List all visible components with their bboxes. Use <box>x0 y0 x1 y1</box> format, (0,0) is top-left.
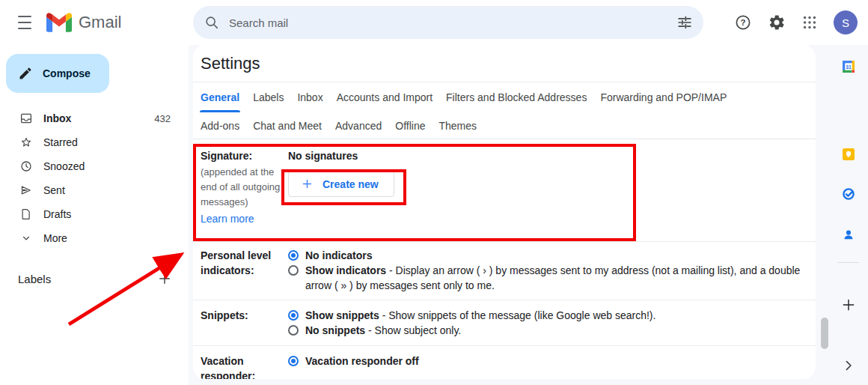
plus-icon <box>157 271 172 286</box>
sidebar-item-label: Sent <box>43 184 65 196</box>
signature-label: Signature: <box>201 148 288 163</box>
sidebar-item-inbox[interactable]: Inbox 432 <box>0 106 189 130</box>
radio-unselected[interactable] <box>288 325 299 336</box>
snippets-label: Snippets: <box>201 308 288 338</box>
tab-chat-and-meet[interactable]: Chat and Meet <box>246 112 328 139</box>
option-name: No snippets <box>305 324 365 336</box>
sidebar-item-label: More <box>43 232 67 244</box>
vertical-scrollbar-thumb[interactable] <box>821 318 828 349</box>
option-show-snippets: Show snippets - Show snippets of the mes… <box>288 308 804 323</box>
settings-card: Settings General Labels Inbox Accounts a… <box>193 45 816 379</box>
option-name: Show snippets <box>305 309 379 321</box>
signature-note: (appended at the end of all outgoing mes… <box>201 165 288 210</box>
settings-button[interactable] <box>767 13 786 32</box>
calendar-icon: 31 <box>842 60 855 73</box>
create-label-button[interactable] <box>157 271 172 286</box>
settings-tabs-row-2: Add-ons Chat and Meet Advanced Offline T… <box>193 112 816 139</box>
tasks-panel-button[interactable] <box>842 187 855 201</box>
option-desc: - Show snippets of the message (like Goo… <box>379 309 656 321</box>
side-panel-rail: 31 <box>829 45 868 385</box>
setting-row-vacation-responder: Vacation responder: Vacation responder o… <box>193 345 816 379</box>
plus-icon <box>841 297 856 312</box>
option-vacation-responder-off: Vacation responder off <box>288 354 804 369</box>
tab-forwarding-and-pop-imap[interactable]: Forwarding and POP/IMAP <box>593 82 733 112</box>
tab-offline[interactable]: Offline <box>388 112 432 139</box>
search-options-button[interactable] <box>675 13 694 32</box>
tab-add-ons[interactable]: Add-ons <box>194 112 246 139</box>
option-name: No indicators <box>305 249 372 261</box>
sidebar-item-label: Starred <box>43 136 78 148</box>
personal-indicators-content: No indicators Show indicators - Display … <box>288 248 804 292</box>
help-icon: ? <box>734 13 752 31</box>
labels-section-header: Labels <box>0 264 189 294</box>
setting-row-snippets: Snippets: Show snippets - Show snippets … <box>193 300 816 345</box>
get-add-ons-button[interactable] <box>841 297 856 312</box>
option-name: Vacation responder off <box>305 355 419 367</box>
settings-tabs-row-1: General Labels Inbox Accounts and Import… <box>193 82 816 112</box>
search-input[interactable] <box>229 16 675 29</box>
tab-general[interactable]: General <box>194 82 246 112</box>
plus-icon <box>301 178 314 190</box>
google-apps-button[interactable] <box>801 13 819 31</box>
sidebar-item-drafts[interactable]: Drafts <box>0 202 189 226</box>
hide-side-panel-button[interactable] <box>841 358 856 373</box>
sidebar-item-starred[interactable]: Starred <box>0 130 189 154</box>
tab-labels[interactable]: Labels <box>246 82 290 112</box>
top-bar: Gmail ? <box>0 0 868 45</box>
chevron-right-icon <box>841 358 856 373</box>
contacts-panel-button[interactable] <box>842 228 855 241</box>
svg-text:31: 31 <box>846 64 852 70</box>
radio-unselected[interactable] <box>288 265 299 276</box>
apps-grid-icon <box>801 14 818 31</box>
inbox-icon <box>19 112 33 125</box>
tab-filters-and-blocked-addresses[interactable]: Filters and Blocked Addresses <box>439 82 593 112</box>
calendar-panel-button[interactable]: 31 <box>842 60 855 73</box>
personal-indicators-label: Personal level indicators: <box>201 248 288 292</box>
option-no-snippets: No snippets - Show subject only. <box>288 323 804 338</box>
sidebar-item-sent[interactable]: Sent <box>0 178 189 202</box>
search-bar[interactable] <box>193 6 703 39</box>
gmail-logo[interactable]: Gmail <box>46 13 121 32</box>
gmail-wordmark: Gmail <box>79 13 121 32</box>
vacation-content: Vacation responder off <box>288 354 804 379</box>
main-content-area: Settings General Labels Inbox Accounts a… <box>189 45 829 385</box>
create-new-label: Create new <box>323 178 379 190</box>
tab-accounts-and-import[interactable]: Accounts and Import <box>330 82 439 112</box>
tab-advanced[interactable]: Advanced <box>328 112 388 139</box>
send-icon <box>19 184 33 197</box>
radio-selected[interactable] <box>288 356 299 366</box>
signature-content: No signatures Create new <box>288 148 804 234</box>
account-avatar[interactable]: S <box>834 10 858 34</box>
main-menu-button[interactable] <box>15 15 34 30</box>
setting-row-personal-level-indicators: Personal level indicators: No indicators… <box>193 241 816 300</box>
sidebar-item-more[interactable]: More <box>0 226 189 250</box>
option-no-indicators: No indicators <box>288 248 804 263</box>
avatar-letter: S <box>842 16 849 29</box>
learn-more-link[interactable]: Learn more <box>201 211 254 226</box>
radio-selected[interactable] <box>288 250 299 261</box>
radio-selected[interactable] <box>288 310 299 321</box>
sidebar-item-label: Inbox <box>43 112 71 124</box>
tab-inbox[interactable]: Inbox <box>290 82 329 112</box>
setting-row-signature: Signature: (appended at the end of all o… <box>193 139 816 241</box>
compose-label: Compose <box>43 67 91 79</box>
tab-themes[interactable]: Themes <box>433 112 484 139</box>
tune-icon <box>676 14 693 31</box>
svg-text:?: ? <box>740 18 745 27</box>
keep-panel-button[interactable] <box>842 148 855 161</box>
pencil-icon <box>18 66 33 81</box>
option-show-indicators: Show indicators - Display an arrow ( › )… <box>288 263 804 293</box>
create-new-signature-button[interactable]: Create new <box>288 171 394 197</box>
page-title: Settings <box>193 45 816 82</box>
gear-icon <box>768 13 786 31</box>
draft-file-icon <box>19 207 33 221</box>
labels-title: Labels <box>18 273 51 285</box>
left-sidebar: Compose Inbox 432 Starred Snoozed <box>0 45 189 385</box>
sidebar-item-snoozed[interactable]: Snoozed <box>0 154 189 178</box>
compose-button[interactable]: Compose <box>6 54 109 93</box>
gmail-m-icon <box>46 13 72 32</box>
signature-value: No signatures <box>288 148 804 163</box>
star-icon <box>19 136 33 149</box>
hamburger-icon <box>18 16 31 17</box>
help-button[interactable]: ? <box>733 13 753 32</box>
